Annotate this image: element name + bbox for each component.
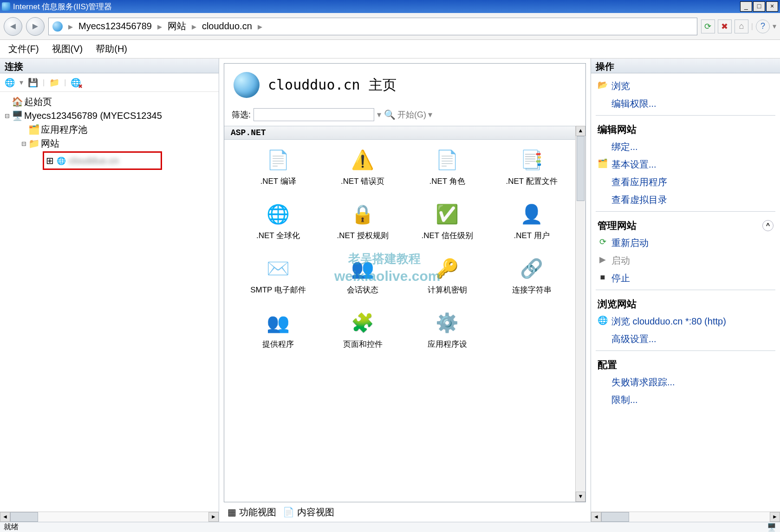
action-restart[interactable]: ⟳重新启动 (596, 234, 775, 252)
menu-bar: 文件(F) 视图(V) 帮助(H) (0, 40, 780, 58)
feature-item[interactable]: 👤.NET 用户 (492, 201, 572, 241)
content-vscrollbar[interactable]: ▲ ▼ (575, 126, 585, 502)
site-globe-icon (234, 72, 260, 98)
collapse-icon[interactable]: ⊟ (4, 112, 10, 119)
menu-view[interactable]: 视图(V) (52, 43, 83, 55)
maximize-button[interactable]: □ (753, 1, 765, 12)
action-basic-settings[interactable]: 🗂️基本设置... (596, 156, 775, 173)
scroll-up-icon[interactable]: ▲ (576, 126, 585, 136)
features-view-tab[interactable]: ▦ 功能视图 (228, 506, 276, 519)
menu-file[interactable]: 文件(F) (8, 43, 39, 55)
action-edit-permissions[interactable]: 编辑权限... (596, 95, 775, 112)
feature-item[interactable]: ✉️SMTP 电子邮件 (238, 255, 318, 295)
connections-tree[interactable]: 🏠 起始页 ⊟ 🖥️ Myecs123456789 (MYECS12345 🗂️… (0, 92, 219, 512)
tree-app-pools[interactable]: 🗂️ 应用程序池 (2, 123, 217, 136)
connections-hscrollbar[interactable]: ◄ ► (0, 512, 219, 522)
scroll-thumb[interactable] (601, 512, 629, 522)
tree-start-page[interactable]: 🏠 起始页 (2, 95, 217, 109)
tree-sites[interactable]: ⊟ 📁 网站 (2, 136, 217, 150)
action-advanced-settings[interactable]: 高级设置... (596, 330, 775, 348)
feature-icon: 📄 (265, 146, 292, 173)
feature-item[interactable]: 📑.NET 配置文件 (492, 146, 572, 187)
tab-label: 功能视图 (239, 506, 276, 519)
collapse-icon[interactable]: ⊟ (20, 140, 27, 147)
feature-item[interactable]: ⚙️应用程序设 (407, 309, 487, 350)
server-icon: 🖥️ (12, 110, 22, 121)
breadcrumb-sites[interactable]: 网站 (168, 20, 186, 32)
feature-item[interactable]: ✅.NET 信任级别 (407, 201, 487, 241)
nav-forward-button[interactable]: ► (26, 17, 45, 36)
minimize-button[interactable]: _ (740, 1, 752, 12)
action-bindings[interactable]: 绑定... (596, 138, 775, 156)
action-stop[interactable]: ■停止 (596, 269, 775, 287)
feature-item[interactable]: 🧩页面和控件 (323, 309, 403, 350)
feature-item[interactable]: 👥会话状态 (323, 255, 403, 295)
feature-label: 页面和控件 (343, 339, 383, 350)
nav-back-button[interactable]: ◄ (4, 17, 22, 36)
view-tabs: ▦ 功能视图 📄 内容视图 (224, 502, 586, 522)
group-header-aspnet: ASP.NET (224, 126, 585, 140)
action-explore[interactable]: 📂浏览 (596, 77, 775, 95)
feature-item[interactable]: 🔒.NET 授权规则 (323, 201, 403, 241)
content-view-tab[interactable]: 📄 内容视图 (283, 506, 334, 519)
address-bar-row: ◄ ► ▸ Myecs123456789 ▸ 网站 ▸ cloudduo.cn … (0, 13, 780, 40)
feature-icon: 🧩 (349, 309, 376, 336)
action-limits[interactable]: 限制... (596, 391, 775, 409)
feature-item[interactable]: 🌐.NET 全球化 (238, 201, 318, 241)
connect-icon[interactable]: 🌐 (4, 77, 16, 89)
add-folder-icon[interactable]: 📁 (48, 77, 60, 89)
action-view-vdirs[interactable]: 查看虚拟目录 (596, 191, 775, 208)
scroll-thumb[interactable] (577, 136, 585, 201)
grid-icon: ▦ (228, 506, 236, 518)
tree-selected-site[interactable]: cloudduo.cn (69, 156, 119, 166)
stop-icon: ■ (598, 272, 608, 282)
home-button[interactable]: ⌂ (734, 19, 748, 33)
actions-header: 操作 (591, 58, 780, 73)
feature-item[interactable]: 👥提供程序 (238, 309, 318, 350)
scroll-down-icon[interactable]: ▼ (576, 492, 585, 502)
feature-item[interactable]: 📄.NET 角色 (407, 146, 487, 187)
status-icon: 🖥️ (767, 523, 776, 532)
menu-help[interactable]: 帮助(H) (96, 43, 127, 55)
remove-icon[interactable]: 🌐✖ (70, 77, 82, 89)
feature-icon: 🔒 (349, 201, 376, 227)
action-view-apps[interactable]: 查看应用程序 (596, 173, 775, 191)
action-browse-80[interactable]: 🌐浏览 cloudduo.cn *:80 (http) (596, 312, 775, 330)
save-icon[interactable]: 💾 (27, 77, 39, 89)
feature-item[interactable]: 🔑计算机密钥 (407, 255, 487, 295)
scroll-left-icon[interactable]: ◄ (591, 512, 601, 522)
help-button[interactable]: ? (756, 19, 770, 33)
breadcrumb-server[interactable]: Myecs123456789 (78, 21, 152, 32)
close-button[interactable]: × (766, 1, 778, 12)
action-start[interactable]: ▶启动 (596, 252, 775, 269)
feature-item[interactable]: 🔗连接字符串 (492, 255, 572, 295)
filter-input[interactable] (254, 108, 374, 121)
scroll-thumb[interactable] (10, 512, 38, 522)
feature-label: .NET 配置文件 (506, 176, 557, 187)
breadcrumb-bar[interactable]: ▸ Myecs123456789 ▸ 网站 ▸ cloudduo.cn ▸ (48, 18, 697, 35)
refresh-button[interactable]: ⟳ (701, 19, 715, 33)
go-label[interactable]: 开始(G) (397, 109, 426, 120)
feature-icon: 🔗 (518, 255, 545, 282)
scroll-right-icon[interactable]: ► (770, 512, 780, 522)
heading-manage-site: 管理网站^ (596, 214, 775, 234)
filter-label: 筛选: (232, 109, 251, 120)
collapse-toggle[interactable]: ^ (762, 220, 774, 231)
folder-icon: 📁 (29, 138, 39, 149)
feature-item[interactable]: 📄.NET 编译 (238, 146, 318, 187)
breadcrumb-site[interactable]: cloudduo.cn (202, 21, 252, 32)
scroll-right-icon[interactable]: ► (208, 512, 219, 522)
window-titlebar: Internet 信息服务(IIS)管理器 _ □ × (0, 0, 780, 13)
tree-server[interactable]: ⊟ 🖥️ Myecs123456789 (MYECS12345 (2, 109, 217, 123)
feature-icon: 👥 (349, 255, 376, 282)
scroll-left-icon[interactable]: ◄ (0, 512, 10, 522)
breadcrumb-sep: ▸ (192, 21, 196, 32)
stop-nav-button[interactable]: ✖ (718, 19, 732, 33)
expand-icon[interactable]: ⊞ (46, 155, 54, 166)
heading-edit-site: 编辑网站 (596, 118, 775, 138)
connections-toolbar: 🌐▾ 💾 | 📁 | 🌐✖ (0, 73, 219, 92)
page-title: cloudduo.cn 主页 (268, 76, 396, 95)
actions-hscrollbar[interactable]: ◄ ► (591, 512, 780, 522)
action-failed-req-tracing[interactable]: 失败请求跟踪... (596, 373, 775, 391)
feature-item[interactable]: ⚠️.NET 错误页 (323, 146, 403, 187)
